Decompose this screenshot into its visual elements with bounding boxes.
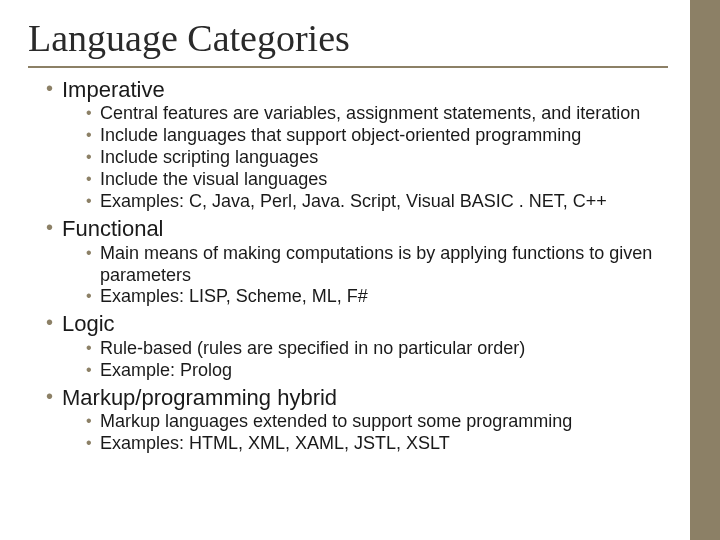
point-item: Include the visual languages: [86, 169, 662, 191]
point-item: Rule-based (rules are specified in no pa…: [86, 338, 662, 360]
category-label: Functional: [46, 215, 662, 243]
category-item: Functional Main means of making computat…: [46, 215, 662, 308]
point-item: Examples: HTML, XML, XAML, JSTL, XSLT: [86, 433, 662, 455]
accent-bar: [690, 0, 720, 540]
point-item: Markup languages extended to support som…: [86, 411, 662, 433]
point-item: Include languages that support object-or…: [86, 125, 662, 147]
point-item: Include scripting languages: [86, 147, 662, 169]
category-item: Markup/programming hybrid Markup languag…: [46, 384, 662, 455]
category-label: Markup/programming hybrid: [46, 384, 662, 412]
point-list: Markup languages extended to support som…: [46, 411, 662, 455]
category-label: Logic: [46, 310, 662, 338]
point-list: Main means of making computations is by …: [46, 243, 662, 309]
point-item: Example: Prolog: [86, 360, 662, 382]
point-item: Main means of making computations is by …: [86, 243, 662, 287]
point-item: Central features are variables, assignme…: [86, 103, 662, 125]
category-item: Logic Rule-based (rules are specified in…: [46, 310, 662, 381]
point-list: Rule-based (rules are specified in no pa…: [46, 338, 662, 382]
category-item: Imperative Central features are variable…: [46, 76, 662, 213]
point-list: Central features are variables, assignme…: [46, 103, 662, 213]
point-item: Examples: LISP, Scheme, ML, F#: [86, 286, 662, 308]
category-label: Imperative: [46, 76, 662, 104]
slide-title: Language Categories: [28, 18, 668, 68]
category-list: Imperative Central features are variable…: [28, 76, 692, 455]
point-item: Examples: C, Java, Perl, Java. Script, V…: [86, 191, 662, 213]
slide: Language Categories Imperative Central f…: [0, 0, 720, 540]
